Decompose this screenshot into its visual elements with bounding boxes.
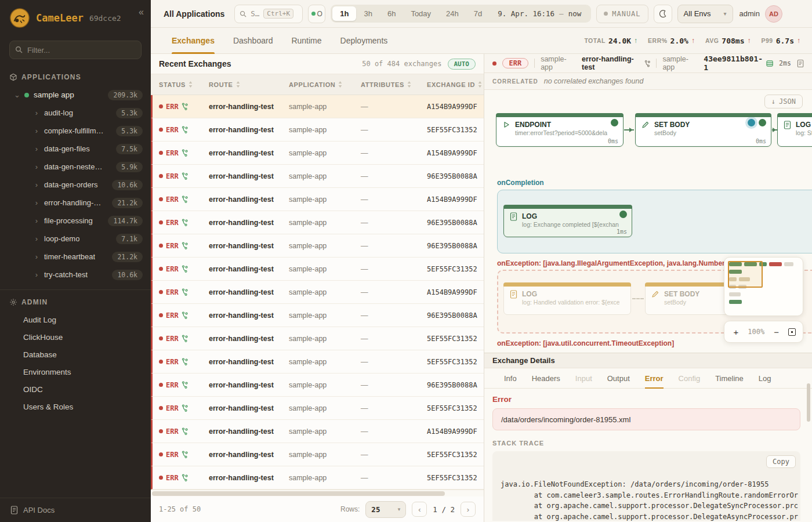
node-duration: 0ms	[756, 138, 766, 144]
exchange-id[interactable]: 43ee9811b801-1	[704, 55, 773, 72]
sidebar-route-item[interactable]: › loop-demo 7.1k	[0, 230, 151, 248]
zoom-in-button[interactable]: +	[731, 327, 741, 337]
exchange-id-cell: 5EF55FC31352	[427, 451, 484, 459]
sidebar-admin-item[interactable]: Users & Roles	[0, 398, 151, 415]
filter-input[interactable]	[9, 41, 142, 59]
sidebar-route-item[interactable]: › file-processing 114.7k	[0, 212, 151, 230]
fit-view-button[interactable]	[788, 328, 796, 336]
sidebar-admin-item[interactable]: Audit Log	[0, 311, 151, 328]
sidebar-admin-item[interactable]: Environments	[0, 363, 151, 380]
time-range-button[interactable]: 24h	[438, 6, 466, 21]
route-diagram-canvas[interactable]: ↓ JSON ENDPOINT timer	[484, 90, 812, 353]
sidebar-route-item[interactable]: › try-catch-test 10.6k	[0, 266, 151, 284]
diagram-node-log[interactable]: LOG log: Sta	[777, 113, 812, 147]
date-range-display[interactable]: 9. Apr. 16:16 – now	[490, 9, 589, 18]
sidebar-item-sample-app[interactable]: ⌄ sample app 209.3k	[0, 86, 151, 104]
table-row[interactable]: ERR error-handling-test sample-app — A15…	[151, 188, 484, 211]
rows-per-page-select[interactable]: 25 ▾	[365, 501, 406, 518]
document-icon	[510, 290, 517, 299]
time-range-button[interactable]: 6h	[380, 6, 403, 21]
details-tab[interactable]: Headers	[532, 368, 560, 388]
brand-header: CameLeer 69dcce2	[0, 0, 151, 36]
sidebar-item-api-docs[interactable]: API Docs	[0, 498, 151, 522]
minimap-viewport[interactable]	[728, 261, 763, 288]
table-row[interactable]: ERR error-handling-test sample-app — 5EF…	[151, 327, 484, 350]
table-row[interactable]: ERR error-handling-test sample-app — A15…	[151, 95, 484, 118]
details-tab[interactable]: Timeline	[715, 368, 744, 388]
diagram-node-oncompletion-log[interactable]: LOG log: Exchange completed [${exchan 1m…	[503, 205, 632, 237]
table-row[interactable]: ERR error-handling-test sample-app — 5EF…	[151, 258, 484, 281]
stack-trace-box[interactable]: java.io.FileNotFoundException: /data/ord…	[492, 451, 800, 521]
time-range-button[interactable]: 7d	[466, 6, 490, 21]
time-range-button[interactable]: Today	[403, 6, 438, 21]
sidebar-route-item[interactable]: › data-gen-files 7.5k	[0, 140, 151, 158]
column-header-application[interactable]: APPLICATION	[289, 81, 361, 88]
table-row[interactable]: ERR error-handling-test sample-app — 96E…	[151, 211, 484, 234]
prev-page-button[interactable]: ‹	[412, 502, 427, 517]
sidebar-route-item[interactable]: › complex-fulfillm… 5.3k	[0, 122, 151, 140]
main-tab[interactable]: Exchanges	[172, 28, 215, 53]
sidebar-collapse-icon[interactable]: «	[139, 7, 144, 17]
table-title-bar: Recent Exchanges 50 of 484 exchanges AUT…	[151, 54, 484, 74]
sidebar-route-item[interactable]: › error-handling-… 21.2k	[0, 194, 151, 212]
table-row[interactable]: ERR error-handling-test sample-app — A15…	[151, 420, 484, 443]
table-row[interactable]: ERR error-handling-test sample-app — A15…	[151, 281, 484, 304]
exchange-route-label[interactable]: error-handling-test	[582, 55, 650, 71]
horizontal-scrollbar-thumb[interactable]	[152, 491, 445, 496]
table-row[interactable]: ERR error-handling-test sample-app — 96E…	[151, 165, 484, 188]
table-row[interactable]: ERR error-handling-test sample-app — 5EF…	[151, 397, 484, 420]
auto-mode-badge[interactable]: AUTO	[448, 59, 476, 70]
live-dot-icon	[311, 12, 316, 16]
details-tab[interactable]: Input	[575, 368, 592, 388]
table-row[interactable]: ERR error-handling-test sample-app — 5EF…	[151, 350, 484, 374]
table-row[interactable]: ERR error-handling-test sample-app — 96E…	[151, 234, 484, 258]
attributes-cell: —	[361, 404, 427, 412]
sidebar-route-item[interactable]: › data-gen-neste… 5.9k	[0, 158, 151, 176]
details-tab[interactable]: Error	[645, 368, 664, 388]
table-row[interactable]: ERR error-handling-test sample-app — 96E…	[151, 374, 484, 397]
stat-value: 6.7s	[776, 37, 794, 45]
sidebar-admin-item[interactable]: OIDC	[0, 380, 151, 398]
details-tab[interactable]: Info	[504, 368, 517, 388]
table-row[interactable]: ERR error-handling-test sample-app — A15…	[151, 142, 484, 165]
details-tab[interactable]: Output	[607, 368, 630, 388]
column-header-route[interactable]: ROUTE	[209, 81, 289, 88]
column-header-status[interactable]: STATUS	[159, 81, 209, 88]
column-header-attributes[interactable]: ATTRIBUTES	[361, 81, 427, 88]
main-tab[interactable]: Dashboard	[233, 28, 273, 53]
sidebar-admin-item[interactable]: Database	[0, 346, 151, 363]
sidebar-route-item[interactable]: › data-gen-orders 10.6k	[0, 176, 151, 194]
time-range-button[interactable]: 3h	[356, 6, 379, 21]
applications-section-header: APPLICATIONS	[0, 67, 151, 86]
minimap[interactable]	[724, 257, 803, 316]
table-row[interactable]: ERR error-handling-test sample-app — 5EF…	[151, 443, 484, 466]
sidebar-route-item[interactable]: › audit-log 5.3k	[0, 104, 151, 122]
table-row[interactable]: ERR error-handling-test sample-app — 5EF…	[151, 118, 484, 142]
sidebar-admin-item[interactable]: ClickHouse	[0, 328, 151, 346]
main-tab[interactable]: Deployments	[340, 28, 388, 53]
live-indicator-button[interactable]: O	[308, 5, 325, 23]
avatar[interactable]: AD	[765, 5, 782, 23]
table-row[interactable]: ERR error-handling-test sample-app — 5EF…	[151, 466, 484, 490]
manual-refresh-button[interactable]: MANUAL	[596, 5, 648, 23]
search-input[interactable]: S… Ctrl+K	[234, 5, 303, 23]
next-page-button[interactable]: ›	[461, 502, 476, 517]
sidebar-route-item[interactable]: › timer-heartbeat 21.2k	[0, 248, 151, 266]
vertical-scrollbar-thumb[interactable]	[807, 383, 810, 422]
diagram-node-endpoint[interactable]: ENDPOINT timer:errorTest?period=5000&del…	[496, 113, 624, 147]
time-range-button[interactable]: 1h	[332, 6, 356, 21]
zoom-out-button[interactable]: −	[772, 327, 781, 337]
column-header-exchange-id[interactable]: EXCHANGE ID	[427, 81, 484, 88]
download-json-button[interactable]: ↓ JSON	[764, 95, 803, 108]
chevron-right-icon: ›	[34, 198, 39, 207]
environment-select[interactable]: All Envs ▾	[677, 5, 733, 23]
copy-button[interactable]: Copy	[766, 455, 796, 468]
details-tab[interactable]: Config	[679, 368, 701, 388]
dark-mode-toggle[interactable]	[654, 5, 672, 23]
diagram-node-setbody[interactable]: SET BODY setBody 0ms	[635, 113, 771, 147]
main-tab[interactable]: Runtime	[291, 28, 321, 53]
details-tab[interactable]: Log	[759, 368, 771, 388]
document-icon[interactable]	[797, 59, 804, 68]
diagram-node-exception-log[interactable]: LOG log: Handled validation error: ${exc…	[503, 282, 631, 315]
table-row[interactable]: ERR error-handling-test sample-app — 96E…	[151, 304, 484, 327]
